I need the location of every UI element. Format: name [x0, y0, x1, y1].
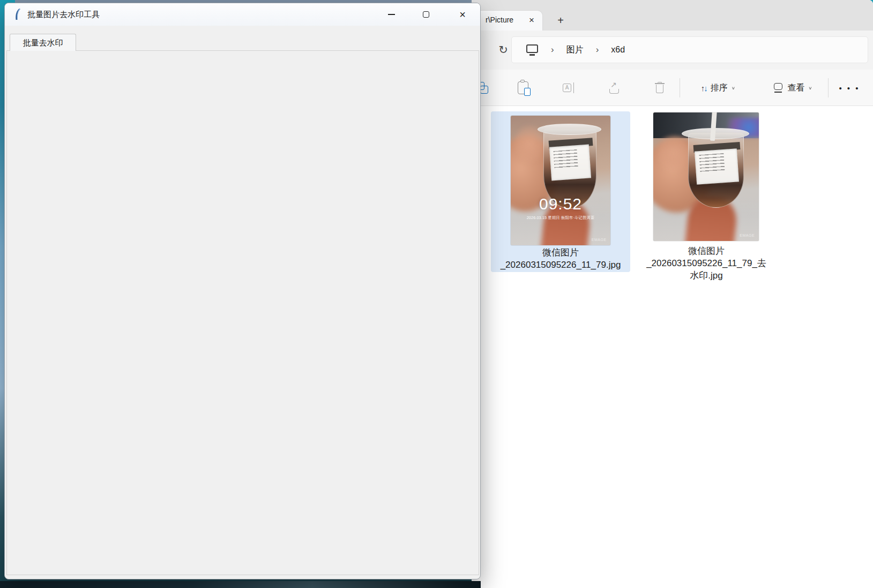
file-name-line: _20260315095226_11_79.jpg	[501, 259, 621, 271]
photo-time-watermark: 09:52	[511, 195, 610, 213]
maximize-button[interactable]	[414, 5, 438, 24]
file-name-line: 水印.jpg	[690, 269, 722, 282]
explorer-tab[interactable]: r\Picture ×	[472, 11, 542, 31]
breadcrumb-chevron-icon: ›	[596, 44, 599, 55]
notebook-tab-batch[interactable]: 批量去水印	[10, 34, 76, 51]
share-button[interactable]: ↗	[605, 70, 624, 106]
file-tile-dewatermarked[interactable]: EMAGE 微信图片 _20260315095226_11_79_去 水印.jp…	[642, 111, 771, 288]
photo-corner-watermark: EMAGE	[740, 233, 755, 237]
delete-button[interactable]	[650, 70, 669, 106]
file-name-line: _20260315095226_11_79_去	[646, 257, 766, 269]
more-options-button[interactable]: • • •	[833, 70, 865, 106]
view-icon	[774, 83, 784, 93]
notebook-pane	[6, 50, 479, 575]
chevron-down-icon: ∨	[732, 86, 735, 91]
close-button[interactable]: ×	[451, 5, 474, 24]
paste-button[interactable]	[513, 70, 533, 106]
share-icon: ↗	[608, 82, 620, 94]
file-name-line: 微信图片	[688, 245, 725, 257]
view-button[interactable]: 查看 ∨	[764, 70, 823, 106]
photo-thumbnail-original: 09:52 2026.03.15 星期日 衡阳市·斗记普洱茶 EMAGE	[511, 116, 610, 245]
new-tab-button[interactable]: +	[553, 13, 568, 28]
file-name-line: 微信图片	[542, 246, 579, 259]
sort-button[interactable]: ↑↓ 排序 ∨	[689, 70, 748, 106]
address-bar[interactable]: › 图片 › x6d	[511, 36, 868, 63]
explorer-file-list: 09:52 2026.03.15 星期日 衡阳市·斗记普洱茶 EMAGE 微信图…	[472, 107, 873, 588]
file-tile-original[interactable]: 09:52 2026.03.15 星期日 衡阳市·斗记普洱茶 EMAGE 微信图…	[491, 111, 630, 272]
minimize-icon	[388, 14, 395, 15]
view-label: 查看	[787, 82, 804, 94]
explorer-tab-title: r\Picture	[486, 16, 514, 26]
maximize-icon	[423, 11, 429, 18]
this-pc-icon[interactable]	[526, 44, 539, 56]
tk-feather-icon	[12, 8, 24, 21]
breadcrumb-item-pictures[interactable]: 图片	[566, 44, 584, 56]
app-window-title: 批量图片去水印工具	[27, 3, 100, 26]
sort-label: 排序	[711, 82, 728, 94]
explorer-window: r\Picture × + ↻ › 图片 › x6d A ↗	[472, 0, 873, 588]
breadcrumb-item-x6d[interactable]: x6d	[611, 45, 625, 55]
close-icon: ×	[459, 9, 466, 20]
rename-button[interactable]: A	[559, 70, 578, 106]
minimize-button[interactable]	[379, 5, 403, 24]
sort-arrows-icon: ↑↓	[701, 84, 707, 93]
explorer-address-row: ↻ › 图片 › x6d	[472, 31, 873, 70]
trash-icon	[655, 82, 665, 94]
paste-icon	[518, 81, 528, 94]
toolbar-divider	[680, 78, 680, 97]
toolbar-divider	[828, 78, 829, 97]
app-title-bar[interactable]: 批量图片去水印工具 ×	[5, 3, 480, 26]
app-window: 批量图片去水印工具 × 批量去水印 参数设置 输入文件夹: 选择文件夹 去水印提…	[4, 3, 481, 579]
chevron-down-icon: ∨	[808, 86, 812, 91]
photo-caption-watermark: 2026.03.15 星期日 衡阳市·斗记普洱茶	[511, 215, 610, 221]
explorer-tab-strip: r\Picture × +	[472, 0, 873, 31]
photo-corner-watermark: EMAGE	[592, 238, 607, 242]
photo-thumbnail-dewatermarked: EMAGE	[653, 112, 759, 241]
refresh-icon[interactable]: ↻	[495, 40, 511, 59]
rename-icon: A	[563, 82, 574, 93]
taskbar-edge	[0, 581, 481, 588]
breadcrumb-chevron-icon: ›	[551, 44, 554, 55]
explorer-command-bar: A ↗ ↑↓ 排序 ∨ 查看 ∨ • • •	[472, 70, 873, 106]
tab-close-icon[interactable]: ×	[525, 14, 538, 27]
